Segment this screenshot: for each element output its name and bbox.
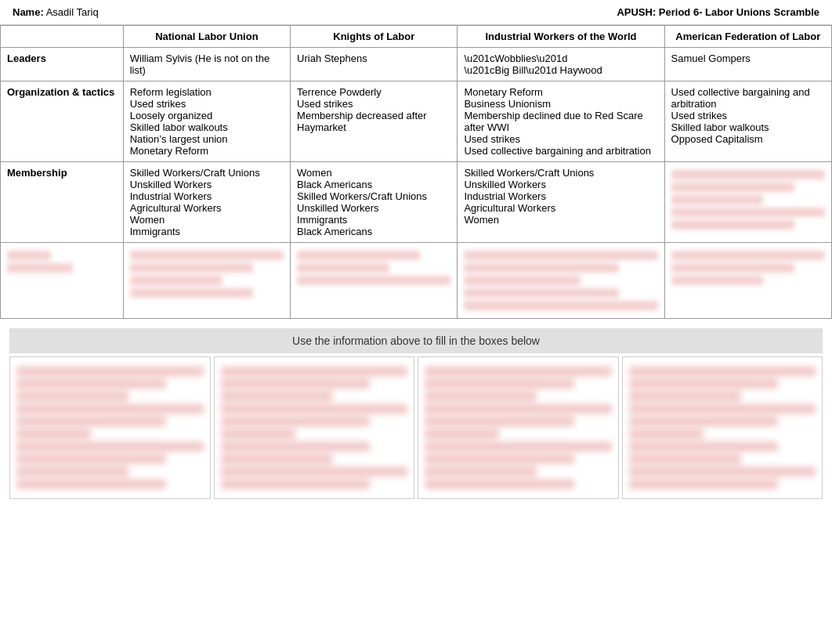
bottom-card-2 bbox=[214, 356, 415, 499]
cell-leaders-afl: Samuel Gompers bbox=[664, 48, 831, 81]
cell-leaders-iww: \u201cWobblies\u201d \u201cBig Bill\u201… bbox=[458, 48, 664, 81]
col-header-kol: Knights of Labor bbox=[291, 26, 458, 48]
header-bar: Name: Asadil Tariq APUSH: Period 6- Labo… bbox=[0, 0, 832, 25]
table-row-blurred bbox=[1, 243, 832, 319]
blurred-cell-afl bbox=[664, 243, 831, 319]
col-header-iww: Industrial Workers of the World bbox=[458, 26, 664, 48]
row-header-leaders: Leaders bbox=[1, 48, 124, 81]
cell-org-nlu: Reform legislation Used strikes Loosely … bbox=[123, 81, 290, 162]
empty-header-cell bbox=[1, 26, 124, 48]
table-row: Leaders William Sylvis (He is not on the… bbox=[1, 48, 832, 81]
cell-membership-iww: Skilled Workers/Craft Unions Unskilled W… bbox=[458, 162, 664, 243]
header-name: Name: Asadil Tariq bbox=[13, 6, 99, 18]
main-table: National Labor Union Knights of Labor In… bbox=[0, 25, 832, 319]
row-header-org: Organization & tactics bbox=[1, 81, 124, 162]
row-header-membership: Membership bbox=[1, 162, 124, 243]
table-row: Membership Skilled Workers/Craft Unions … bbox=[1, 162, 832, 243]
cell-leaders-kol: Uriah Stephens bbox=[291, 48, 458, 81]
cell-membership-nlu: Skilled Workers/Craft Unions Unskilled W… bbox=[123, 162, 290, 243]
cell-org-kol: Terrence Powderly Used strikes Membershi… bbox=[291, 81, 458, 162]
blurred-cell-kol bbox=[291, 243, 458, 319]
bottom-card-3 bbox=[418, 356, 619, 499]
table-row: Organization & tactics Reform legislatio… bbox=[1, 81, 832, 162]
cell-leaders-nlu: William Sylvis (He is not on the list) bbox=[123, 48, 290, 81]
name-value: Asadil Tariq bbox=[46, 6, 99, 18]
blurred-cell-nlu bbox=[123, 243, 290, 319]
bottom-card-1 bbox=[9, 356, 211, 499]
blurred-cell-iww bbox=[458, 243, 664, 319]
bottom-banner: Use the information above to fill in the… bbox=[9, 328, 823, 353]
blurred-row-header bbox=[1, 243, 124, 319]
bottom-section: Use the information above to fill in the… bbox=[0, 328, 832, 499]
cell-membership-afl bbox=[664, 162, 831, 243]
col-header-afl: American Federation of Labor bbox=[664, 26, 831, 48]
col-header-nlu: National Labor Union bbox=[123, 26, 290, 48]
bottom-grid bbox=[9, 356, 823, 499]
name-label: Name: bbox=[13, 6, 44, 18]
bottom-card-4 bbox=[622, 356, 823, 499]
header-title: APUSH: Period 6- Labor Unions Scramble bbox=[617, 6, 819, 18]
cell-membership-kol: Women Black Americans Skilled Workers/Cr… bbox=[291, 162, 458, 243]
cell-org-iww: Monetary Reform Business Unionism Member… bbox=[458, 81, 664, 162]
cell-org-afl: Used collective bargaining and arbitrati… bbox=[664, 81, 831, 162]
